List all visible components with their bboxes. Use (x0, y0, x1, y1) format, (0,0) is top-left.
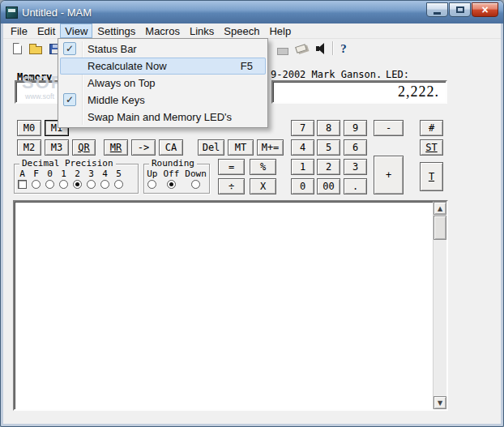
decimal-3-radio[interactable] (87, 180, 96, 189)
menu-item-swap-leds[interactable]: Swap Main and Memory LED's (60, 109, 266, 126)
key-multiply[interactable]: X (250, 178, 276, 194)
menu-edit[interactable]: Edit (32, 23, 60, 38)
new-document-button[interactable] (8, 40, 26, 58)
key-5[interactable]: 5 (317, 139, 340, 156)
key-7[interactable]: 7 (291, 120, 314, 136)
checkmark-icon: ✓ (63, 42, 76, 55)
close-button[interactable]: × (472, 2, 498, 17)
decimal-0-radio[interactable] (45, 180, 54, 189)
option-label: 3 (88, 169, 94, 178)
titlebar[interactable]: Untitled - MAM × (1, 1, 503, 23)
option-label: 4 (102, 169, 108, 178)
decimal-2-radio[interactable] (73, 180, 82, 189)
menu-item-label: Recalculate Now (88, 60, 167, 72)
minimize-icon (434, 12, 441, 15)
erase-button[interactable] (292, 40, 310, 58)
speech-button[interactable] (313, 40, 331, 58)
key-arrow[interactable]: -> (131, 139, 156, 156)
key-mr[interactable]: MR (104, 139, 128, 156)
menu-bar: File Edit View Settings Macros Links Spe… (3, 23, 501, 39)
scroll-up-button[interactable]: ▲ (434, 202, 446, 215)
decimal-4-radio[interactable] (100, 180, 109, 189)
menu-file[interactable]: File (6, 23, 32, 38)
decimal-1-radio[interactable] (59, 180, 68, 189)
menu-item-status-bar[interactable]: ✓ Status Bar (60, 41, 266, 58)
decimal-float-radio[interactable] (32, 180, 41, 189)
key-00[interactable]: 00 (317, 178, 340, 194)
key-1[interactable]: 1 (291, 159, 314, 175)
option-label: F (33, 169, 39, 178)
key-4[interactable]: 4 (291, 139, 314, 156)
key-ca[interactable]: CA (159, 139, 183, 156)
key-0[interactable]: 0 (291, 178, 314, 194)
minimize-button[interactable] (426, 2, 448, 17)
key-plus[interactable]: + (374, 156, 404, 194)
caption-buttons: × (426, 2, 498, 17)
key-6[interactable]: 6 (344, 139, 367, 156)
menu-item-always-on-top[interactable]: Always on Top (60, 75, 266, 92)
key-m0[interactable]: M0 (17, 120, 41, 136)
decimal-precision-group: Decimal Precision A F 0 1 2 3 4 5 (14, 164, 139, 194)
menu-item-middle-keys[interactable]: ✓ Middle Keys (60, 92, 266, 109)
key-equals[interactable]: = (218, 159, 245, 175)
window-title: Untitled - MAM (22, 6, 92, 19)
scroll-up-icon: ▲ (438, 205, 442, 212)
menu-macros[interactable]: Macros (140, 23, 185, 38)
group-title: Rounding (149, 158, 197, 169)
menu-speech[interactable]: Speech (219, 23, 264, 38)
key-mplus[interactable]: M+= (257, 139, 284, 156)
scrollbar-thumb[interactable] (434, 216, 446, 240)
key-del[interactable]: Del (198, 139, 224, 156)
menu-settings[interactable]: Settings (92, 23, 140, 38)
main-led-display: 2,222. (271, 80, 447, 104)
maximize-button[interactable] (449, 2, 471, 17)
key-2[interactable]: 2 (317, 159, 340, 175)
scroll-down-button[interactable]: ▼ (434, 396, 446, 409)
option-label: Up (147, 169, 157, 178)
help-button[interactable]: ? (335, 40, 352, 58)
menu-links[interactable]: Links (185, 23, 219, 38)
main-led-value: 2,222. (398, 82, 439, 102)
key-3[interactable]: 3 (344, 159, 367, 175)
menu-view[interactable]: View (60, 23, 92, 38)
key-m3[interactable]: M3 (45, 139, 69, 156)
key-hash[interactable]: # (420, 120, 443, 136)
decimal-add-checkbox[interactable] (18, 180, 27, 189)
key-mt[interactable]: MT (228, 139, 254, 156)
key-8[interactable]: 8 (317, 120, 340, 136)
key-decimal[interactable]: . (344, 178, 367, 194)
group-title: Decimal Precision (19, 158, 116, 169)
menu-item-recalculate-now[interactable]: Recalculate Now F5 (60, 58, 266, 75)
printer-icon (277, 48, 288, 55)
key-qr[interactable]: QR (72, 139, 96, 156)
decimal-5-radio[interactable] (114, 180, 123, 189)
menu-shortcut: F5 (241, 60, 259, 72)
option-label: 5 (116, 169, 122, 178)
option-label: Off (163, 169, 179, 178)
rounding-down-radio[interactable] (191, 180, 200, 189)
menu-item-label: Always on Top (88, 77, 156, 89)
print-button[interactable] (274, 40, 292, 58)
help-icon: ? (340, 42, 347, 56)
key-total[interactable]: T (420, 162, 443, 191)
key-minus[interactable]: - (374, 120, 404, 136)
open-file-button[interactable] (27, 40, 45, 58)
rounding-off-radio[interactable] (167, 180, 176, 189)
toolbar-separator (332, 41, 333, 55)
watermark-url: www.soft (25, 92, 54, 100)
key-divide[interactable]: ÷ (218, 178, 245, 194)
option-label: 0 (47, 169, 53, 178)
key-subtotal[interactable]: ST (420, 139, 443, 156)
app-icon (6, 6, 18, 19)
option-label: A (19, 169, 25, 178)
checkmark-icon: ✓ (63, 93, 76, 106)
vertical-scrollbar[interactable]: ▲ ▼ (433, 202, 446, 409)
close-icon: × (481, 4, 488, 15)
key-m2[interactable]: M2 (17, 139, 41, 156)
key-percent[interactable]: % (250, 159, 276, 175)
key-9[interactable]: 9 (344, 120, 367, 136)
menu-item-label: Status Bar (88, 43, 137, 55)
rounding-up-radio[interactable] (147, 180, 156, 189)
tape-textarea[interactable]: ▲ ▼ (13, 200, 448, 411)
menu-help[interactable]: Help (264, 23, 296, 38)
